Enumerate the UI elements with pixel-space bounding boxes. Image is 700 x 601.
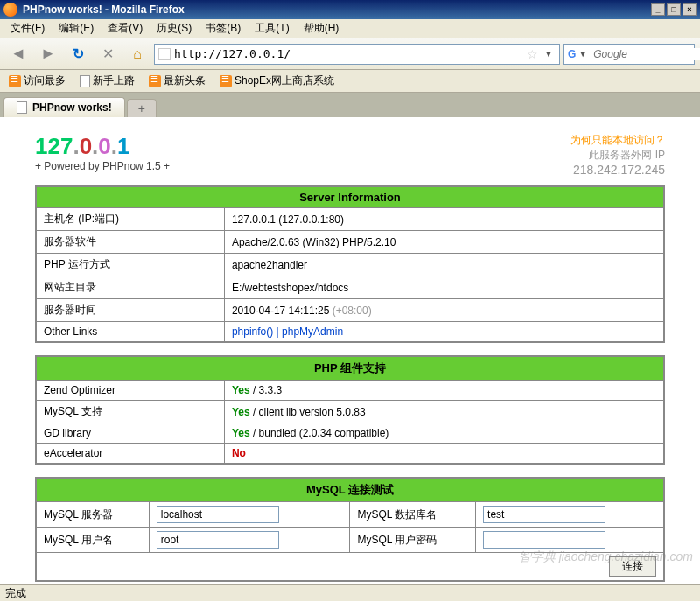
row-key: 服务器软件: [36, 231, 224, 254]
powered-by: + Powered by PHPnow 1.5 +: [35, 160, 170, 172]
row-key: GD library: [36, 423, 224, 444]
menu-bookmarks[interactable]: 书签(B): [199, 19, 248, 38]
local-only-link[interactable]: 为何只能本地访问？: [570, 133, 665, 148]
window-controls: _ □ ×: [651, 3, 696, 16]
table-row: MySQL 服务器 MySQL 数据库名: [36, 502, 664, 528]
mysql-server-label: MySQL 服务器: [36, 502, 149, 528]
table-row: Zend OptimizerYes / 3.3.3: [36, 381, 664, 401]
page-identity-icon[interactable]: [158, 48, 171, 60]
forward-button[interactable]: ►: [35, 41, 61, 67]
table-row: PHP 运行方式apache2handler: [36, 254, 664, 276]
bookmark-most-visited[interactable]: 访问最多: [5, 72, 69, 90]
tab-title: PHPnow works!: [32, 101, 112, 114]
menu-tools[interactable]: 工具(T): [248, 19, 296, 38]
reload-icon: ↻: [73, 45, 84, 62]
ip-octet-1: 127: [35, 133, 73, 159]
ip-title: 127.0.0.1: [35, 133, 170, 160]
mysql-user-input[interactable]: [157, 531, 279, 549]
feed-icon: [220, 75, 232, 87]
external-ip-label: 此服务器外网 IP: [570, 148, 665, 163]
search-input[interactable]: [590, 48, 700, 60]
php-comp-title: PHP 组件支持: [36, 356, 664, 381]
maximize-button[interactable]: □: [667, 3, 681, 16]
row-key: MySQL 支持: [36, 401, 224, 423]
urlbar-dropdown-icon[interactable]: ▼: [542, 49, 556, 59]
home-button[interactable]: ⌂: [124, 41, 150, 67]
external-ip-block: 为何只能本地访问？ 此服务器外网 IP 218.242.172.245: [570, 133, 665, 177]
table-row: 主机名 (IP:端口)127.0.0.1 (127.0.0.1:80): [36, 208, 664, 231]
bookmark-label: 最新头条: [164, 73, 206, 88]
reload-button[interactable]: ↻: [65, 41, 91, 67]
row-key: Zend Optimizer: [36, 381, 224, 401]
back-button[interactable]: ◄: [5, 41, 32, 67]
mysql-test-table: MySQL 连接测试 MySQL 服务器 MySQL 数据库名 MySQL 用户…: [35, 477, 665, 582]
server-info-title: Server Information: [36, 186, 664, 208]
status-text: 完成: [5, 586, 26, 601]
mysql-user-label: MySQL 用户名: [36, 528, 149, 553]
php-components-table: PHP 组件支持 Zend OptimizerYes / 3.3.3 MySQL…: [35, 355, 665, 465]
nav-toolbar: ◄ ► ↻ ✕ ⌂ ☆ ▼ G ▼ 🔍: [0, 38, 700, 70]
menu-view[interactable]: 查看(V): [101, 19, 150, 38]
row-value: 127.0.0.1 (127.0.0.1:80): [224, 208, 664, 231]
row-value: 2010-04-17 14:11:25 (+08:00): [224, 299, 664, 322]
bookmark-label: 访问最多: [24, 73, 66, 88]
mysql-server-input[interactable]: [157, 506, 279, 523]
menu-edit[interactable]: 编辑(E): [52, 19, 101, 38]
row-key: PHP 运行方式: [36, 254, 224, 276]
forward-arrow-icon: ►: [40, 45, 56, 63]
table-row: 网站主目录E:/webtestshopex/htdocs: [36, 276, 664, 299]
mysql-db-label: MySQL 数据库名: [350, 502, 476, 528]
mysql-test-title: MySQL 连接测试: [36, 478, 664, 502]
table-row: 服务器软件Apache/2.0.63 (Win32) PHP/5.2.10: [36, 231, 664, 254]
bookmark-shopex[interactable]: ShopEx网上商店系统: [216, 72, 338, 90]
row-value: Yes / client lib version 5.0.83: [224, 401, 664, 423]
google-icon[interactable]: G: [568, 48, 576, 60]
menu-history[interactable]: 历史(S): [150, 19, 199, 38]
row-value: phpinfo() | phpMyAdmin: [224, 322, 664, 343]
search-engine-dropdown-icon[interactable]: ▼: [576, 49, 590, 59]
table-row: eAcceleratorNo: [36, 444, 664, 465]
searchbar-container: G ▼ 🔍: [564, 44, 695, 65]
ip-octet-2: 0: [80, 133, 92, 159]
ip-octet-3: 0: [98, 133, 110, 159]
url-input[interactable]: [174, 47, 523, 60]
bookmark-star-icon[interactable]: ☆: [523, 47, 542, 61]
minimize-button[interactable]: _: [651, 3, 665, 16]
urlbar-container: ☆ ▼: [154, 44, 560, 65]
row-key: 服务器时间: [36, 299, 224, 322]
phpinfo-link[interactable]: phpinfo() | phpMyAdmin: [232, 325, 343, 338]
menu-file[interactable]: 文件(F): [4, 19, 52, 38]
mysql-db-input[interactable]: [483, 506, 606, 523]
tab-active[interactable]: PHPnow works!: [4, 97, 125, 117]
page-header: 127.0.0.1 + Powered by PHPnow 1.5 + 为何只能…: [35, 133, 665, 177]
bookmark-label: 新手上路: [93, 73, 135, 88]
menu-help[interactable]: 帮助(H): [297, 19, 346, 38]
page-icon: [80, 75, 90, 87]
mysql-pass-label: MySQL 用户密码: [350, 528, 476, 553]
menubar: 文件(F) 编辑(E) 查看(V) 历史(S) 书签(B) 工具(T) 帮助(H…: [0, 19, 700, 38]
table-row: Other Linksphpinfo() | phpMyAdmin: [36, 322, 664, 343]
row-value: Yes / 3.3.3: [224, 381, 664, 401]
statusbar: 完成: [0, 584, 700, 601]
page-content: 127.0.0.1 + Powered by PHPnow 1.5 + 为何只能…: [0, 117, 700, 584]
stop-button[interactable]: ✕: [94, 41, 121, 67]
window-title: PHPnow works! - Mozilla Firefox: [23, 3, 651, 16]
tab-bar: PHPnow works! +: [0, 93, 700, 117]
bookmark-getting-started[interactable]: 新手上路: [76, 72, 138, 90]
firefox-icon: [4, 3, 18, 17]
feed-icon: [149, 75, 161, 87]
feed-icon: [9, 75, 21, 87]
mysql-pass-input[interactable]: [483, 531, 606, 549]
row-value: E:/webtestshopex/htdocs: [224, 276, 664, 299]
close-button[interactable]: ×: [682, 3, 696, 16]
row-value: apache2handler: [224, 254, 664, 276]
ip-title-block: 127.0.0.1 + Powered by PHPnow 1.5 +: [35, 133, 170, 172]
row-key: eAccelerator: [36, 444, 224, 465]
table-row: 服务器时间2010-04-17 14:11:25 (+08:00): [36, 299, 664, 322]
bookmarks-toolbar: 访问最多 新手上路 最新头条 ShopEx网上商店系统: [0, 70, 700, 93]
row-value: Apache/2.0.63 (Win32) PHP/5.2.10: [224, 231, 664, 254]
bookmark-headlines[interactable]: 最新头条: [145, 72, 209, 90]
new-tab-button[interactable]: +: [127, 99, 157, 117]
external-ip-value: 218.242.172.245: [570, 163, 665, 177]
watermark: 智字典 jiaocheng.chazidian.com: [519, 549, 693, 565]
